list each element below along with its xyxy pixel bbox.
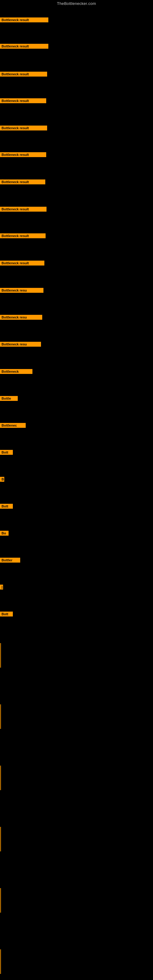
bottleneck-badge: Bottleneck: [0, 369, 32, 374]
bottleneck-badge: B: [0, 477, 4, 482]
bottleneck-badge: Bottleneck resu: [0, 342, 41, 347]
bottleneck-badge: Bo: [0, 531, 9, 536]
vertical-line: [0, 766, 1, 790]
bottleneck-badge: Bottleneck result: [0, 152, 46, 157]
bottleneck-badge: Bott: [0, 612, 13, 616]
bottleneck-badge: Bottleneck result: [0, 207, 46, 212]
vertical-line: [0, 888, 1, 913]
bottleneck-badge: Bottleneck result: [0, 44, 48, 49]
bottleneck-badge: Bott: [0, 504, 13, 509]
vertical-line: [0, 643, 1, 668]
bottleneck-badge: Bottleneck result: [0, 180, 45, 185]
bottleneck-badge: Bottleneck result: [0, 18, 48, 22]
bottleneck-badge: Bottleneck result: [0, 261, 45, 266]
vertical-line: [0, 950, 1, 974]
bottleneck-badge: Bottlenec: [0, 423, 26, 428]
bottleneck-badge: Bottleneck resu: [0, 315, 42, 320]
site-title: TheBottlenecker.com: [0, 0, 153, 8]
bottleneck-badge: Bottleneck result: [0, 233, 46, 238]
vertical-line: [0, 705, 1, 729]
vertical-line: [0, 827, 1, 851]
bottleneck-badge: Bottleneck result: [0, 98, 46, 103]
bottleneck-badge: Bottler: [0, 558, 20, 563]
bottleneck-badge: |: [0, 585, 3, 590]
bottleneck-badge: Bottleneck resu: [0, 288, 43, 293]
bottleneck-badge: Bottle: [0, 396, 18, 401]
bottleneck-badge: Bottleneck result: [0, 126, 47, 130]
bottleneck-badge: Bottleneck result: [0, 72, 47, 76]
bottleneck-badge: Bott: [0, 450, 13, 455]
